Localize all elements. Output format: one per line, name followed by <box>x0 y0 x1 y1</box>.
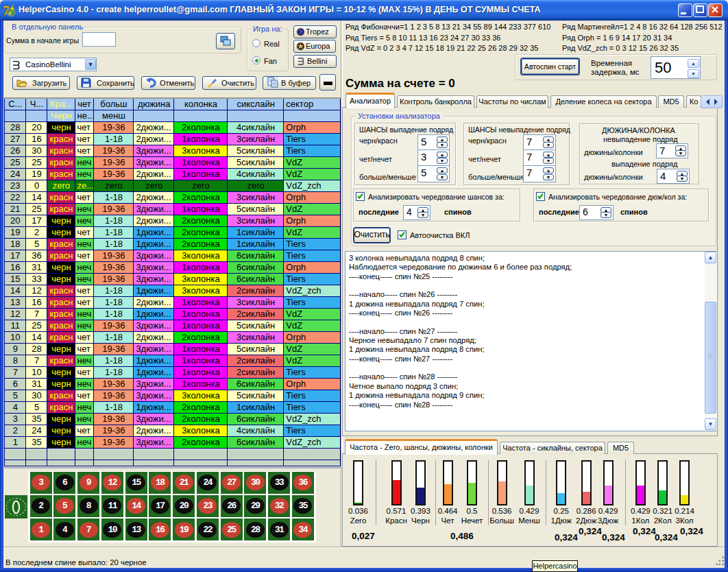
svg-text:7: 7 <box>3 3 10 17</box>
